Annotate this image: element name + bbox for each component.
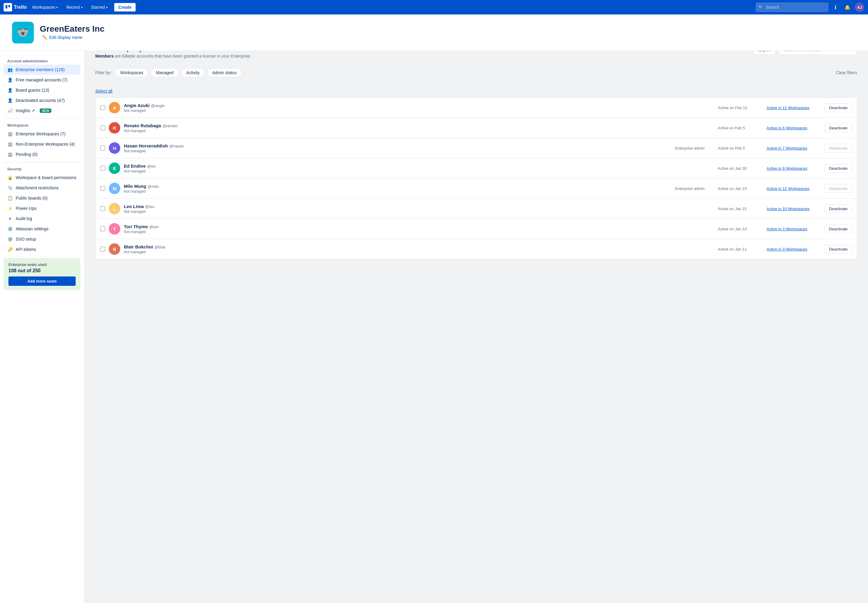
member-role: Enterprise admin (675, 186, 714, 191)
edit-display-name-button[interactable]: ✏️ Edit display name (40, 34, 85, 41)
chevron-down-icon: ▾ (81, 6, 83, 9)
member-info: Tori Thyme @tori Not managed (124, 224, 672, 234)
member-checkbox[interactable] (100, 206, 105, 211)
sidebar-item-insights[interactable]: 📈 Insights ↗ NEW (4, 105, 80, 116)
table-row: R Renato Rutabaga @renato Not managed Ac… (96, 118, 857, 138)
filter-workspaces[interactable]: Workspaces (115, 68, 148, 77)
member-avatar: B (109, 243, 120, 255)
member-workspaces-link[interactable]: Active in 9 Workspaces (767, 166, 821, 171)
sidebar-item-non-enterprise-workspaces[interactable]: 🏢 Non-Enterprise Workspaces (4) (4, 139, 80, 149)
member-tag: Not managed (124, 189, 672, 193)
sidebar-item-enterprise-members[interactable]: 👥 Enterprise members (128) (4, 65, 80, 75)
filter-by-label: Filter by: (95, 70, 111, 75)
member-workspaces-link[interactable]: Active in 3 Workspaces (767, 227, 821, 231)
chevron-down-icon: ▾ (56, 6, 58, 9)
sidebar-item-attachment-restrictions[interactable]: 📎 Attachment restrictions (4, 183, 80, 193)
member-checkbox[interactable] (100, 226, 105, 231)
member-workspaces-link[interactable]: Active in 10 Workspaces (767, 207, 821, 211)
workspaces-menu[interactable]: Workspaces ▾ (29, 3, 61, 11)
members-table: A Angie Azuki @angie Not managed Active … (95, 97, 857, 259)
add-more-seats-button[interactable]: Add more seats (8, 277, 76, 286)
member-avatar: R (109, 122, 120, 134)
table-row: T Tori Thyme @tori Not managed Active on… (96, 219, 857, 239)
select-all-row: Select all (95, 86, 857, 97)
deactivate-button[interactable]: Deactivate (825, 104, 852, 112)
member-info: Leo Lima @leo Not managed (124, 204, 672, 214)
board-icon: 📋 (7, 195, 13, 201)
filter-managed[interactable]: Managed (151, 68, 178, 77)
lock-icon: 🔒 (7, 175, 13, 180)
workspace-icon: 🏢 (7, 141, 13, 147)
member-workspaces-link[interactable]: Active in 12 Workspaces (767, 105, 821, 110)
member-info: Hasan Horseraddish @hasan Not managed (124, 143, 672, 153)
search-wrapper: 🔍 (756, 3, 828, 12)
sidebar-item-sso-setup[interactable]: ⚙️ SSO setup (4, 234, 80, 244)
sidebar-item-board-guests[interactable]: 👤 Board guests (13) (4, 85, 80, 95)
member-activity: Active on Feb 5 (718, 146, 763, 150)
member-checkbox[interactable] (100, 186, 105, 191)
member-name: Ed Endive (124, 164, 146, 169)
sidebar-item-workspace-permissions[interactable]: 🔒 Workspace & board permissions (4, 172, 80, 183)
sidebar-item-atlassian-settings[interactable]: ⚙️ Atlassian settings (4, 224, 80, 234)
starred-menu[interactable]: Starred ▾ (88, 3, 111, 11)
filter-activity[interactable]: Activity (181, 68, 205, 77)
deactivate-button[interactable]: Deactivate (825, 245, 852, 254)
member-name: Leo Lima (124, 204, 144, 209)
person-icon: 👤 (7, 77, 13, 83)
sidebar-item-deactivated[interactable]: 👤 Deactivated accounts (47) (4, 95, 80, 105)
sidebar-item-audit-log[interactable]: ≡ Audit log (4, 213, 80, 224)
deactivate-button[interactable]: Deactivate (825, 164, 852, 173)
deactivate-button[interactable]: Deactivate (825, 204, 852, 213)
deactivate-button[interactable]: Deactivate (825, 225, 852, 233)
pending-icon: 🏢 (7, 152, 13, 157)
sidebar-item-free-managed[interactable]: 👤 Free managed accounts (7) (4, 75, 80, 85)
member-workspaces-link[interactable]: Active in 12 Workspaces (767, 186, 821, 191)
create-button[interactable]: Create (114, 3, 136, 11)
notifications-button[interactable]: 🔔 (843, 2, 853, 12)
deactivate-button: Deactivate (825, 144, 852, 153)
powerup-icon: ⚡ (7, 206, 13, 211)
recent-menu[interactable]: Recent ▾ (63, 3, 85, 11)
trello-logo[interactable]: Trello (4, 3, 27, 11)
member-tag: Not managed (124, 250, 672, 254)
global-search-input[interactable] (756, 3, 828, 12)
select-all-button[interactable]: Select all (95, 89, 113, 93)
clear-filters-button[interactable]: Clear filters (836, 70, 857, 75)
sidebar-item-pending[interactable]: 🏢 Pending (0) (4, 149, 80, 159)
member-name: Tori Thyme (124, 224, 148, 229)
member-avatar: H (109, 142, 120, 154)
member-checkbox[interactable] (100, 125, 105, 130)
sidebar-item-api-tokens[interactable]: 🔑 API tokens (4, 244, 80, 255)
member-checkbox[interactable] (100, 105, 105, 110)
sidebar-item-power-ups[interactable]: ⚡ Power-Ups (4, 203, 80, 213)
member-tag: Not managed (124, 210, 672, 214)
user-avatar[interactable]: AJ (855, 2, 864, 12)
info-button[interactable]: ℹ (831, 2, 840, 12)
trello-icon (4, 3, 12, 11)
new-badge: NEW (40, 108, 51, 113)
sidebar-item-enterprise-workspaces[interactable]: 🏢 Enterprise Workspaces (7) (4, 129, 80, 139)
member-workspaces-link[interactable]: Active in 7 Workspaces (767, 146, 821, 150)
table-row: E Ed Endive @ed Not managed Active on Ja… (96, 158, 857, 178)
member-name: Hasan Horseraddish (124, 143, 168, 148)
deactivate-button: Deactivate (825, 184, 852, 193)
member-info: Angie Azuki @angie Not managed (124, 103, 672, 113)
member-activity: Active on Jan 30 (718, 166, 763, 171)
member-handle: @hasan (169, 144, 184, 148)
member-checkbox[interactable] (100, 247, 105, 252)
workspaces-section-title: Workspaces (4, 121, 80, 129)
sidebar-item-public-boards[interactable]: 📋 Public boards (0) (4, 193, 80, 203)
search-icon: 🔍 (758, 5, 763, 10)
svg-rect-1 (8, 5, 10, 8)
account-section-title: Account administration (4, 57, 80, 65)
page-body: Account administration 👥 Enterprise memb… (0, 36, 868, 268)
member-checkbox[interactable] (100, 166, 105, 171)
deactivate-button[interactable]: Deactivate (825, 124, 852, 132)
filter-admin-status[interactable]: Admin status (207, 68, 242, 77)
member-workspaces-link[interactable]: Active in 3 Workspaces (767, 247, 821, 252)
member-tag: Not managed (124, 169, 672, 173)
member-tag: Not managed (124, 108, 672, 113)
member-checkbox[interactable] (100, 145, 105, 150)
member-workspaces-link[interactable]: Active in 6 Workspaces (767, 126, 821, 130)
sidebar-divider (4, 118, 80, 119)
